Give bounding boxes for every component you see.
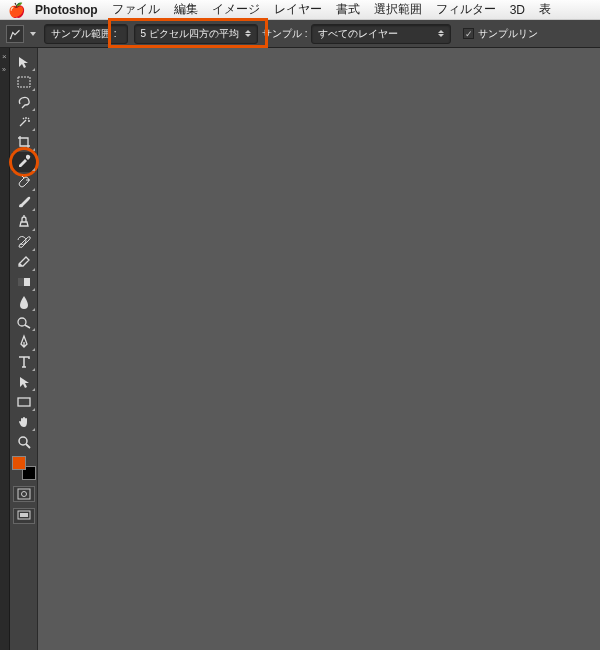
apple-menu-icon[interactable]: 🍎 — [8, 2, 25, 18]
screen-mode-button[interactable] — [13, 508, 35, 524]
panel-tab-strip: × » — [0, 48, 10, 650]
tool-preset-picker[interactable] — [6, 25, 24, 43]
magic-wand-tool[interactable] — [12, 112, 36, 132]
quick-mask-mode-button[interactable] — [13, 486, 35, 502]
foreground-color-swatch[interactable] — [12, 456, 26, 470]
svg-rect-1 — [18, 77, 30, 87]
path-selection-tool[interactable] — [12, 372, 36, 392]
sample-value: すべてのレイヤー — [318, 27, 398, 41]
menu-select[interactable]: 選択範囲 — [374, 1, 422, 18]
blur-tool[interactable] — [12, 292, 36, 312]
svg-rect-3 — [18, 278, 24, 286]
rectangular-marquee-tool[interactable] — [12, 72, 36, 92]
zoom-tool[interactable] — [12, 432, 36, 452]
history-brush-tool[interactable] — [12, 232, 36, 252]
document-canvas[interactable] — [38, 48, 600, 650]
dodge-tool[interactable] — [12, 312, 36, 332]
sample-range-group: サンプル範囲 : — [44, 24, 128, 44]
sample-range-label: サンプル範囲 : — [51, 27, 117, 41]
macos-menubar: 🍎 Photoshop ファイル 編集 イメージ レイヤー 書式 選択範囲 フィ… — [0, 0, 600, 20]
check-icon: ✓ — [465, 29, 473, 39]
sample-range-dropdown[interactable]: 5 ピクセル四方の平均 — [134, 24, 258, 44]
lasso-tool[interactable] — [12, 92, 36, 112]
color-swatches[interactable] — [12, 456, 36, 480]
menu-3d[interactable]: 3D — [510, 3, 525, 17]
eyedropper-tool[interactable] — [12, 152, 36, 172]
sample-ring-checkbox[interactable]: ✓ — [463, 28, 474, 39]
menu-type[interactable]: 書式 — [336, 1, 360, 18]
sample-ring-label: サンプルリン — [478, 27, 538, 41]
dropdown-arrows-icon — [438, 30, 444, 37]
close-icon[interactable]: × — [2, 52, 7, 61]
tools-panel — [10, 48, 38, 650]
clone-stamp-tool[interactable] — [12, 212, 36, 232]
menu-view[interactable]: 表 — [539, 1, 551, 18]
type-tool[interactable] — [12, 352, 36, 372]
options-bar: サンプル範囲 : 5 ピクセル四方の平均 サンプル : すべてのレイヤー ✓ サ… — [0, 20, 600, 48]
sample-range-value: 5 ピクセル四方の平均 — [141, 27, 239, 41]
menu-app[interactable]: Photoshop — [35, 3, 98, 17]
sample-label: サンプル : — [262, 27, 308, 41]
menu-layer[interactable]: レイヤー — [274, 1, 322, 18]
menu-file[interactable]: ファイル — [112, 1, 160, 18]
svg-point-6 — [19, 437, 27, 445]
rectangle-tool[interactable] — [12, 392, 36, 412]
collapse-icon[interactable]: » — [2, 66, 6, 73]
svg-point-4 — [18, 318, 26, 326]
gradient-tool[interactable] — [12, 272, 36, 292]
sample-dropdown[interactable]: すべてのレイヤー — [311, 24, 451, 44]
svg-point-0 — [10, 37, 12, 39]
eraser-tool[interactable] — [12, 252, 36, 272]
svg-rect-7 — [18, 489, 30, 499]
dropdown-arrows-icon — [245, 30, 251, 37]
spot-healing-brush-tool[interactable] — [12, 172, 36, 192]
menu-filter[interactable]: フィルター — [436, 1, 496, 18]
hand-tool[interactable] — [12, 412, 36, 432]
tool-preset-arrow-icon[interactable] — [30, 32, 36, 36]
menu-image[interactable]: イメージ — [212, 1, 260, 18]
svg-point-8 — [21, 492, 26, 497]
brush-tool[interactable] — [12, 192, 36, 212]
main-area: × » — [0, 48, 600, 650]
menu-edit[interactable]: 編集 — [174, 1, 198, 18]
svg-rect-5 — [18, 398, 30, 406]
svg-rect-10 — [20, 513, 28, 517]
move-tool[interactable] — [12, 52, 36, 72]
crop-tool[interactable] — [12, 132, 36, 152]
pen-tool[interactable] — [12, 332, 36, 352]
